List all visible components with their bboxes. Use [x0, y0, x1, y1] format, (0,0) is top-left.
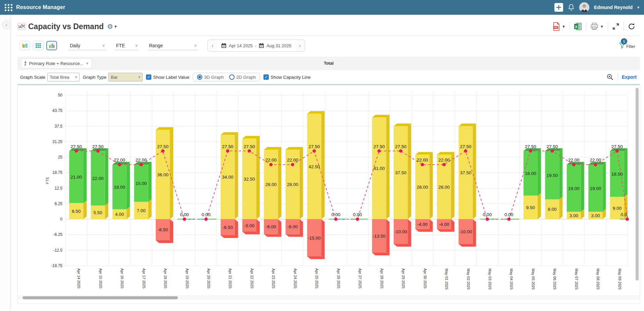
- graph-controls: Graph Scale Total Brea ˅ Graph Type Bar …: [17, 70, 640, 84]
- vertical-scrollbar[interactable]: [636, 88, 639, 281]
- export-link[interactable]: Export: [622, 74, 637, 80]
- svg-text:50: 50: [58, 93, 63, 98]
- radio-2d-graph[interactable]: [229, 74, 235, 80]
- settings-gear-icon[interactable]: ⚙: [107, 22, 113, 30]
- svg-text:May 01 2025: May 01 2025: [445, 268, 449, 290]
- svg-text:May 09 2025: May 09 2025: [618, 268, 622, 290]
- svg-text:28.00: 28.00: [265, 182, 277, 187]
- printer-icon: [590, 23, 598, 30]
- view-grid-button[interactable]: [33, 41, 44, 50]
- svg-text:Apr 19 2025: Apr 19 2025: [185, 268, 189, 289]
- pdf-options-chevron-icon[interactable]: ▼: [562, 24, 565, 28]
- user-avatar[interactable]: [579, 2, 589, 12]
- filter-label: Filter: [626, 44, 635, 49]
- svg-text:27.50: 27.50: [460, 144, 472, 149]
- svg-text:19.00: 19.00: [568, 186, 580, 191]
- svg-text:27.50: 27.50: [374, 144, 385, 149]
- svg-text:-18.75: -18.75: [51, 263, 62, 268]
- date-next-button[interactable]: ›: [295, 43, 305, 48]
- app-grid-icon[interactable]: [5, 4, 13, 11]
- avatar-photo: [579, 2, 589, 12]
- export-pdf-button[interactable]: PDF ▼: [553, 22, 565, 31]
- chart-canvas: 5043.7537.531.252518.7512.56.250-6.25-12…: [18, 87, 639, 294]
- svg-text:Apr 18 2025: Apr 18 2025: [163, 268, 167, 289]
- date-prev-button[interactable]: ‹: [208, 43, 217, 48]
- group-by-value: Primary Role + Resource...: [29, 61, 83, 66]
- show-capacity-line-checkbox[interactable]: ✓: [263, 74, 269, 80]
- svg-text:-10.00: -10.00: [459, 229, 472, 234]
- group-by-select[interactable]: AZ Primary Role + Resource... ˅: [21, 58, 92, 68]
- svg-text:22.00: 22.00: [438, 158, 450, 163]
- radio-3d-graph[interactable]: [197, 74, 202, 80]
- graph-type-select[interactable]: Bar ˅: [108, 73, 143, 81]
- svg-text:27.50: 27.50: [157, 144, 168, 149]
- svg-text:Apr 23 2025: Apr 23 2025: [271, 268, 276, 289]
- bar-chart-icon: [49, 43, 55, 48]
- top-bar: Resource Manager Edmund Reynold ▾: [0, 0, 644, 15]
- show-capacity-line-label: Show Capacity Line: [270, 75, 310, 80]
- notifications-bell-icon[interactable]: [568, 4, 575, 11]
- user-menu-chevron-icon[interactable]: ▾: [637, 5, 639, 10]
- export-excel-button[interactable]: X: [574, 22, 582, 30]
- toolbar: Daily ˅ FTE ˅ Range ˅ ‹ Apr 14 2025 -: [17, 38, 640, 53]
- svg-text:0.00: 0.00: [483, 212, 492, 217]
- chevron-down-icon: ˅: [136, 44, 138, 48]
- svg-text:0.0: 0.0: [621, 212, 627, 217]
- settings-chevron-icon[interactable]: ▼: [114, 24, 117, 28]
- view-bar-chart-button[interactable]: [46, 41, 57, 50]
- svg-text:27.50: 27.50: [395, 144, 406, 149]
- svg-text:18.75: 18.75: [52, 170, 62, 175]
- svg-text:22.00: 22.00: [265, 158, 277, 163]
- svg-text:5.50: 5.50: [94, 210, 102, 215]
- interval-select[interactable]: Daily ˅: [68, 41, 106, 50]
- svg-text:May 06 2025: May 06 2025: [553, 268, 557, 290]
- graph-scale-select[interactable]: Total Brea ˅: [47, 73, 80, 81]
- svg-text:42.50: 42.50: [308, 164, 320, 169]
- user-name[interactable]: Edmund Reynold: [594, 5, 633, 10]
- svg-text:May 02 2025: May 02 2025: [466, 268, 470, 290]
- print-options-chevron-icon[interactable]: ▼: [600, 24, 604, 28]
- unit-select[interactable]: FTE ˅: [115, 41, 139, 50]
- svg-text:22.00: 22.00: [417, 158, 428, 163]
- add-button[interactable]: [554, 3, 563, 12]
- svg-text:3.00: 3.00: [591, 213, 600, 218]
- svg-text:19.00: 19.00: [590, 186, 601, 191]
- capacity-demand-chart[interactable]: 5043.7537.531.252518.7512.56.250-6.25-12…: [17, 85, 640, 304]
- svg-text:26.00: 26.00: [417, 185, 428, 190]
- graph-type-label: Graph Type: [83, 75, 106, 80]
- sidebar-expand-button[interactable]: ›: [2, 20, 11, 29]
- date-from[interactable]: Apr 14 2025: [229, 43, 253, 48]
- svg-text:-6.25: -6.25: [53, 232, 63, 237]
- filter-button[interactable]: 5 Filter: [619, 42, 640, 49]
- date-to[interactable]: Aug 31 2025: [266, 43, 291, 48]
- svg-text:Apr 25 2025: Apr 25 2025: [315, 268, 319, 289]
- horizontal-scrollbar-track[interactable]: [18, 296, 640, 300]
- svg-text:22.00: 22.00: [136, 158, 147, 163]
- svg-text:May 07 2025: May 07 2025: [575, 268, 579, 290]
- range-select[interactable]: Range ˅: [148, 41, 198, 50]
- svg-text:8.00: 8.00: [548, 207, 556, 212]
- divider: [608, 22, 608, 31]
- svg-text:25: 25: [58, 155, 63, 160]
- excel-icon: X: [574, 22, 582, 30]
- line-chart-icon: [17, 23, 26, 30]
- view-chart-list-button[interactable]: [19, 41, 30, 50]
- horizontal-scrollbar-thumb[interactable]: [22, 296, 178, 299]
- svg-text:Apr 15 2025: Apr 15 2025: [99, 268, 103, 289]
- svg-text:0.00: 0.00: [180, 212, 189, 217]
- show-label-value-label: Show Label Value: [153, 75, 189, 80]
- svg-text:May 08 2025: May 08 2025: [596, 268, 600, 290]
- show-label-value-checkbox[interactable]: ✓: [146, 74, 151, 80]
- refresh-icon[interactable]: [628, 23, 635, 30]
- collapsed-sidebar: ›: [0, 15, 10, 311]
- svg-text:18.50: 18.50: [611, 172, 623, 177]
- date-range-cell: Apr 14 2025 - Aug 31 2025: [217, 40, 295, 51]
- svg-text:May 05 2025: May 05 2025: [531, 268, 535, 290]
- date-separator: -: [255, 43, 256, 48]
- svg-text:-6.50: -6.50: [222, 225, 233, 230]
- fullscreen-icon[interactable]: [612, 23, 620, 30]
- svg-text:22.00: 22.00: [114, 158, 125, 163]
- svg-text:4.00: 4.00: [115, 212, 124, 217]
- print-button[interactable]: ▼: [590, 23, 604, 30]
- zoom-in-icon[interactable]: [607, 74, 613, 80]
